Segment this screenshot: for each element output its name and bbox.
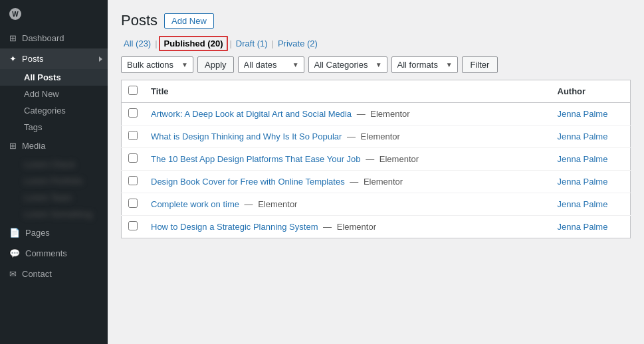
table-row: Design Book Cover for Free with Online T…	[122, 171, 631, 193]
bulk-actions-wrapper: Bulk actions ▼	[121, 56, 193, 73]
post-title-link[interactable]: Artwork: A Deep Look at Digital Art and …	[151, 109, 352, 119]
filter-button[interactable]: Filter	[462, 56, 498, 73]
post-title-link[interactable]: Complete work on time	[151, 199, 239, 209]
post-via: Elementor	[361, 131, 400, 141]
tab-sep-2: |	[229, 39, 231, 48]
tab-private[interactable]: Private (2)	[275, 37, 320, 50]
sidebar-item-contact[interactable]: ✉ Contact	[0, 264, 108, 284]
sidebar-subitem-blurred4[interactable]: Lorem Something	[0, 206, 108, 222]
author-link[interactable]: Jenna Palme	[558, 131, 608, 141]
author-link[interactable]: Jenna Palme	[558, 222, 608, 232]
row-title-cell: Design Book Cover for Free with Online T…	[144, 171, 551, 193]
row-title-cell: The 10 Best App Design Platforms That Ea…	[144, 148, 551, 171]
post-title-link[interactable]: How to Design a Strategic Planning Syste…	[151, 222, 318, 232]
author-link[interactable]: Jenna Palme	[558, 109, 608, 119]
row-checkbox-cell	[122, 193, 145, 216]
sidebar-item-comments[interactable]: 💬 Comments	[0, 243, 108, 264]
sidebar-subitem-add-new[interactable]: Add New	[0, 86, 108, 102]
post-sep: —	[323, 222, 332, 232]
post-sep: —	[366, 154, 374, 164]
all-posts-label: All Posts	[24, 72, 61, 82]
table-row: Artwork: A Deep Look at Digital Art and …	[122, 103, 631, 126]
sidebar-subitem-tags[interactable]: Tags	[0, 119, 108, 135]
post-via: Elementor	[337, 222, 376, 232]
blurred3-label: Lorem Team	[24, 193, 72, 203]
toolbar: Bulk actions ▼ Apply All dates ▼ All Cat…	[121, 56, 631, 73]
bulk-actions-select[interactable]: Bulk actions	[121, 56, 193, 73]
tags-label: Tags	[24, 122, 42, 132]
table-row: Complete work on time — Elementor Jenna …	[122, 193, 631, 216]
row-checkbox[interactable]	[128, 131, 138, 140]
sidebar-item-label: Comments	[25, 248, 67, 258]
row-checkbox-cell	[122, 126, 145, 148]
row-author-cell: Jenna Palme	[551, 216, 631, 238]
tab-draft[interactable]: Draft (1)	[233, 37, 270, 50]
row-checkbox[interactable]	[128, 221, 138, 230]
add-new-label: Add New	[24, 89, 59, 99]
row-checkbox-cell	[122, 148, 145, 171]
post-via: Elementor	[370, 109, 409, 119]
author-link[interactable]: Jenna Palme	[558, 154, 608, 164]
media-icon: ⊞	[9, 141, 17, 151]
post-title-link[interactable]: Design Book Cover for Free with Online T…	[151, 177, 345, 187]
row-checkbox[interactable]	[128, 108, 138, 118]
sidebar-item-dashboard[interactable]: ⊞ Dashboard	[0, 28, 108, 48]
sidebar-item-label: Dashboard	[22, 33, 64, 43]
row-checkbox[interactable]	[128, 199, 138, 208]
row-checkbox[interactable]	[128, 153, 138, 163]
tab-published[interactable]: Published (20)	[159, 36, 229, 51]
tab-sep-1: |	[155, 39, 157, 48]
main-content: Posts Add New All (23) | Published (20) …	[108, 0, 644, 344]
sidebar-item-media[interactable]: ⊞ Media	[0, 135, 108, 156]
sidebar-item-label: Contact	[22, 269, 52, 279]
all-categories-select[interactable]: All Categories	[308, 56, 387, 73]
select-all-col	[122, 80, 145, 103]
sidebar-subitem-blurred2[interactable]: Lorem Portfolio	[0, 173, 108, 189]
categories-label: Categories	[24, 106, 66, 116]
sidebar-item-pages[interactable]: 📄 Pages	[0, 222, 108, 243]
sidebar-item-posts[interactable]: ✦ Posts	[0, 48, 108, 69]
apply-button[interactable]: Apply	[197, 56, 234, 73]
author-link[interactable]: Jenna Palme	[558, 199, 608, 209]
row-checkbox[interactable]	[128, 176, 138, 185]
dashboard-icon: ⊞	[9, 33, 17, 43]
post-title-link[interactable]: What is Design Thinking and Why Is It So…	[151, 131, 342, 141]
blurred2-label: Lorem Portfolio	[24, 176, 82, 186]
chevron-right-icon	[99, 56, 102, 62]
all-formats-select[interactable]: All formats	[391, 56, 458, 73]
table-row: What is Design Thinking and Why Is It So…	[122, 126, 631, 148]
row-author-cell: Jenna Palme	[551, 171, 631, 193]
sidebar-item-label: Media	[22, 141, 45, 151]
post-title-link[interactable]: The 10 Best App Design Platforms That Ea…	[151, 154, 361, 164]
sidebar-subitem-blurred3[interactable]: Lorem Team	[0, 189, 108, 206]
wp-logo-icon: W	[9, 8, 21, 20]
row-title-cell: Artwork: A Deep Look at Digital Art and …	[144, 103, 551, 126]
select-all-checkbox[interactable]	[128, 86, 138, 95]
blurred4-label: Lorem Something	[24, 209, 92, 219]
row-title-cell: What is Design Thinking and Why Is It So…	[144, 126, 551, 148]
post-via: Elementor	[258, 199, 297, 209]
blurred1-label: Lorem Check	[24, 159, 75, 169]
post-sep: —	[350, 177, 358, 187]
comments-icon: 💬	[9, 248, 20, 258]
row-author-cell: Jenna Palme	[551, 126, 631, 148]
row-checkbox-cell	[122, 171, 145, 193]
row-title-cell: Complete work on time — Elementor	[144, 193, 551, 216]
sidebar-item-label: Posts	[22, 54, 44, 64]
author-link[interactable]: Jenna Palme	[558, 177, 608, 187]
sidebar-subitem-categories[interactable]: Categories	[0, 102, 108, 119]
title-col-header[interactable]: Title	[144, 80, 551, 103]
all-dates-select[interactable]: All dates	[238, 56, 304, 73]
add-new-button[interactable]: Add New	[164, 13, 214, 29]
sidebar: W ⊞ Dashboard ✦ Posts All Posts Add New …	[0, 0, 108, 344]
all-formats-wrapper: All formats ▼	[391, 56, 458, 73]
tab-all[interactable]: All (23)	[121, 37, 154, 50]
sidebar-subitem-all-posts[interactable]: All Posts	[0, 69, 108, 86]
post-sep: —	[245, 199, 253, 209]
row-checkbox-cell	[122, 103, 145, 126]
author-col-header[interactable]: Author	[551, 80, 631, 103]
all-dates-wrapper: All dates ▼	[238, 56, 304, 73]
table-row: The 10 Best App Design Platforms That Ea…	[122, 148, 631, 171]
sidebar-subitem-blurred1[interactable]: Lorem Check	[0, 156, 108, 173]
sidebar-logo[interactable]: W	[0, 0, 108, 28]
